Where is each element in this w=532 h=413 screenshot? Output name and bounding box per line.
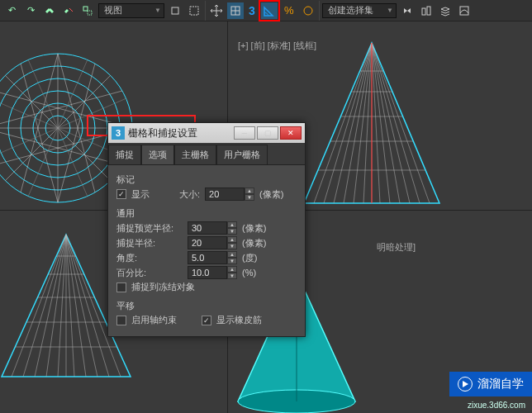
size-input[interactable] xyxy=(205,188,245,201)
select-area-icon[interactable] xyxy=(186,2,202,19)
rubber-band-checkbox[interactable] xyxy=(202,316,211,325)
frozen-checkbox[interactable] xyxy=(116,282,126,292)
select-icon[interactable] xyxy=(227,2,244,19)
watermark-text: 溜溜自学 xyxy=(477,377,524,392)
spin-up-icon[interactable]: ▲ xyxy=(227,266,237,273)
svg-line-39 xyxy=(372,43,390,203)
layers-icon[interactable] xyxy=(437,2,454,19)
dialog-titlebar[interactable]: 3 栅格和捕捉设置 ─ ▢ ✕ xyxy=(108,123,305,143)
angle-spinner[interactable]: ▲▼ xyxy=(188,251,237,264)
section-marker: 标记 xyxy=(116,173,297,186)
link-icon[interactable] xyxy=(41,2,58,19)
main-toolbar: ↶ ↷ 视图 3 % 创建选择集 xyxy=(0,0,532,21)
rubber-band-label: 显示橡皮筋 xyxy=(216,314,262,326)
watermark-url: zixue.3d66.com xyxy=(468,401,525,410)
redo-icon[interactable]: ↷ xyxy=(22,2,39,19)
snap-radius-unit: (像素) xyxy=(242,237,266,249)
snap-mode-label: 3 xyxy=(246,4,258,17)
toolbar-divider xyxy=(205,1,206,21)
play-icon xyxy=(458,377,473,392)
close-button[interactable]: ✕ xyxy=(280,126,302,140)
spin-down-icon[interactable]: ▼ xyxy=(245,194,254,201)
watermark: 溜溜自学 xyxy=(449,372,532,396)
spin-up-icon[interactable]: ▲ xyxy=(227,221,237,228)
svg-line-33 xyxy=(334,43,372,203)
percent-spinner[interactable]: ▲▼ xyxy=(188,266,237,279)
preview-radius-spinner[interactable]: ▲▼ xyxy=(188,221,237,235)
move-icon[interactable] xyxy=(208,2,225,19)
dialog-tabs: 捕捉 选项 主栅格 用户栅格 xyxy=(108,143,305,165)
snap-radius-label: 捕捉半径: xyxy=(116,237,183,249)
frozen-label: 捕捉到冻结对象 xyxy=(131,281,195,293)
spin-up-icon[interactable]: ▲ xyxy=(245,188,254,194)
section-general: 通用 xyxy=(116,207,297,220)
filter-icon[interactable] xyxy=(167,2,183,19)
show-checkbox[interactable] xyxy=(116,189,126,199)
spin-down-icon[interactable]: ▼ xyxy=(227,228,237,235)
axis-constraint-label: 启用轴约束 xyxy=(131,314,177,326)
percent-label: 百分比: xyxy=(116,267,183,279)
svg-line-43 xyxy=(372,43,430,203)
snap-settings-dialog: 3 栅格和捕捉设置 ─ ▢ ✕ 捕捉 选项 主栅格 用户栅格 标记 显示 大小:… xyxy=(107,122,306,337)
preview-radius-label: 捕捉预览半径: xyxy=(116,222,183,235)
align-icon[interactable] xyxy=(418,2,435,19)
view-dropdown[interactable]: 视图 xyxy=(98,3,164,18)
spin-up-icon[interactable]: ▲ xyxy=(227,251,237,258)
svg-rect-7 xyxy=(427,7,430,15)
dialog-title: 栅格和捕捉设置 xyxy=(128,126,230,140)
size-unit: (像素) xyxy=(259,188,283,201)
spin-up-icon[interactable]: ▲ xyxy=(227,236,237,243)
angle-snap-highlight xyxy=(260,2,278,20)
maximize-button[interactable]: ▢ xyxy=(257,126,278,140)
spin-down-icon[interactable]: ▼ xyxy=(227,243,237,249)
size-label: 大小: xyxy=(179,188,200,201)
toolbar-divider xyxy=(319,1,320,21)
svg-line-35 xyxy=(354,43,372,203)
axis-constraint-checkbox[interactable] xyxy=(116,316,126,325)
show-label: 显示 xyxy=(131,188,150,201)
unlink-icon[interactable] xyxy=(60,2,77,19)
angle-unit: (度) xyxy=(242,252,257,264)
snap-radius-input[interactable] xyxy=(188,236,227,249)
angle-snap-icon[interactable] xyxy=(261,2,278,19)
size-spinner[interactable]: ▲▼ xyxy=(205,188,254,201)
angle-input[interactable] xyxy=(188,251,227,264)
selection-set-label: 创建选择集 xyxy=(328,4,373,17)
svg-line-41 xyxy=(372,43,410,203)
section-translate: 平移 xyxy=(116,300,297,312)
preview-radius-input[interactable] xyxy=(188,221,227,235)
selection-set-dropdown[interactable]: 创建选择集 xyxy=(322,3,397,18)
spin-down-icon[interactable]: ▼ xyxy=(227,258,237,264)
mirror-icon[interactable] xyxy=(399,2,416,19)
spin-down-icon[interactable]: ▼ xyxy=(227,273,237,279)
minimize-button[interactable]: ─ xyxy=(234,126,255,140)
curve-editor-icon[interactable] xyxy=(456,2,473,19)
svg-rect-3 xyxy=(190,7,198,15)
tab-options[interactable]: 选项 xyxy=(141,145,174,164)
viewport-shading-label[interactable]: 明暗处理] xyxy=(377,241,416,254)
snap-radius-spinner[interactable]: ▲▼ xyxy=(188,236,237,249)
undo-icon[interactable]: ↶ xyxy=(3,2,20,19)
svg-point-5 xyxy=(304,7,312,15)
tab-home-grid[interactable]: 主栅格 xyxy=(174,145,216,164)
svg-rect-6 xyxy=(422,8,425,15)
percent-snap-icon[interactable]: % xyxy=(281,2,297,19)
svg-line-31 xyxy=(314,43,372,203)
svg-rect-1 xyxy=(88,11,92,15)
view-dropdown-label: 视图 xyxy=(104,4,122,17)
svg-rect-0 xyxy=(83,7,88,11)
tab-user-grid[interactable]: 用户栅格 xyxy=(216,145,268,164)
percent-unit: (%) xyxy=(242,268,256,278)
wireframe-cone-tr xyxy=(289,38,454,211)
preview-radius-unit: (像素) xyxy=(242,222,266,235)
spinner-snap-icon[interactable] xyxy=(300,2,316,19)
app-icon: 3 xyxy=(112,126,125,140)
tab-snap[interactable]: 捕捉 xyxy=(108,145,141,164)
svg-rect-8 xyxy=(460,7,468,15)
percent-input[interactable] xyxy=(188,266,227,279)
bind-icon[interactable] xyxy=(79,2,96,19)
dialog-body: 标记 显示 大小: ▲▼ (像素) 通用 捕捉预览半径: ▲▼ (像素) 捕捉半… xyxy=(108,165,305,336)
angle-label: 角度: xyxy=(116,252,183,264)
svg-rect-2 xyxy=(172,7,178,14)
